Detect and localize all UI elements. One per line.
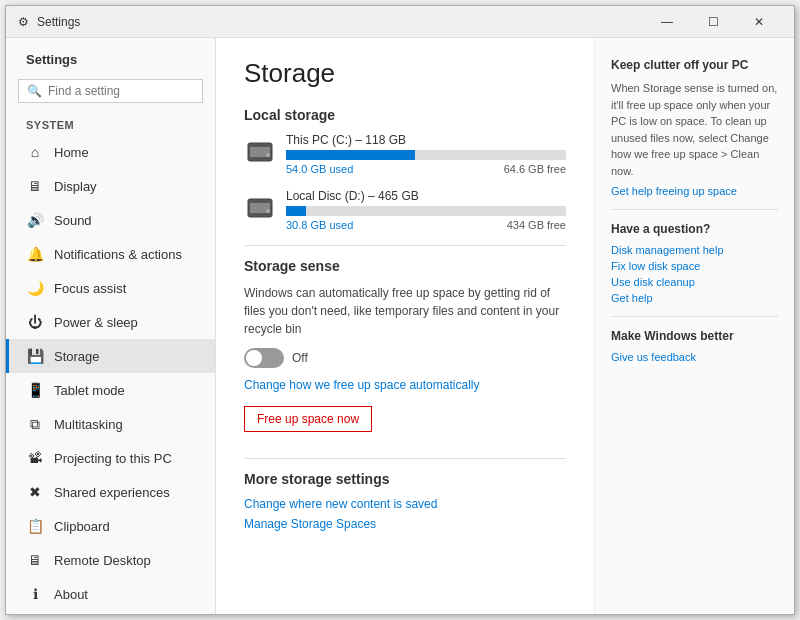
sidebar-item-label: Tablet mode: [54, 383, 125, 398]
minimize-button[interactable]: —: [644, 6, 690, 38]
drive-d-bar-bg: [286, 206, 566, 216]
sidebar-item-storage[interactable]: 💾 Storage: [6, 339, 215, 373]
sidebar-item-about[interactable]: ℹ About: [6, 577, 215, 611]
multitasking-icon: ⧉: [26, 415, 44, 433]
drive-d-name: Local Disc (D:) – 465 GB: [286, 189, 566, 203]
sidebar-item-label: Remote Desktop: [54, 553, 151, 568]
search-box[interactable]: 🔍: [18, 79, 203, 103]
system-section-label: System: [6, 113, 215, 135]
home-icon: ⌂: [26, 143, 44, 161]
drive-d-info: Local Disc (D:) – 465 GB 30.8 GB used 43…: [286, 189, 566, 231]
about-icon: ℹ: [26, 585, 44, 603]
content-area: Settings 🔍 System ⌂ Home 🖥 Display 🔊 Sou…: [6, 38, 794, 614]
storage-icon: 💾: [26, 347, 44, 365]
get-help-link[interactable]: Get help: [611, 292, 778, 304]
sidebar-item-label: Home: [54, 145, 89, 160]
svg-point-2: [266, 153, 270, 157]
sidebar-item-multitasking[interactable]: ⧉ Multitasking: [6, 407, 215, 441]
drive-c-stats: 54.0 GB used 64.6 GB free: [286, 163, 566, 175]
more-settings-heading: More storage settings: [244, 471, 566, 487]
use-disk-cleanup-link[interactable]: Use disk cleanup: [611, 276, 778, 288]
toggle-row: Off: [244, 348, 566, 368]
sidebar-item-notifications[interactable]: 🔔 Notifications & actions: [6, 237, 215, 271]
disk-management-link[interactable]: Disk management help: [611, 244, 778, 256]
sidebar-item-sound[interactable]: 🔊 Sound: [6, 203, 215, 237]
sidebar-item-label: Storage: [54, 349, 100, 364]
sidebar-title: Settings: [6, 38, 215, 73]
display-icon: 🖥: [26, 177, 44, 195]
settings-window: ⚙ Settings — ☐ ✕ Settings 🔍 System ⌂ Hom…: [5, 5, 795, 615]
sidebar-item-label: Projecting to this PC: [54, 451, 172, 466]
main-content: Storage Local storage This PC (C:) – 118…: [216, 38, 594, 614]
drive-d-bar-fill: [286, 206, 306, 216]
drive-d-item: Local Disc (D:) – 465 GB 30.8 GB used 43…: [244, 189, 566, 231]
divider-2: [244, 458, 566, 459]
toggle-knob: [246, 350, 262, 366]
projecting-icon: 📽: [26, 449, 44, 467]
shared-icon: ✖: [26, 483, 44, 501]
titlebar: ⚙ Settings — ☐ ✕: [6, 6, 794, 38]
get-help-freeing-link[interactable]: Get help freeing up space: [611, 185, 778, 197]
sidebar-item-shared[interactable]: ✖ Shared experiences: [6, 475, 215, 509]
drive-c-icon: [244, 135, 276, 167]
sidebar-item-label: Clipboard: [54, 519, 110, 534]
rp-divider-1: [611, 209, 778, 210]
free-up-button[interactable]: Free up space now: [244, 406, 372, 432]
titlebar-title: Settings: [37, 15, 80, 29]
storage-sense-toggle[interactable]: [244, 348, 284, 368]
sidebar: Settings 🔍 System ⌂ Home 🖥 Display 🔊 Sou…: [6, 38, 216, 614]
divider-1: [244, 245, 566, 246]
storage-sense-heading: Storage sense: [244, 258, 566, 274]
keep-clutter-desc: When Storage sense is turned on, it'll f…: [611, 80, 778, 179]
sidebar-item-remote[interactable]: 🖥 Remote Desktop: [6, 543, 215, 577]
power-icon: ⏻: [26, 313, 44, 331]
drive-c-bar-bg: [286, 150, 566, 160]
drive-d-used: 30.8 GB used: [286, 219, 353, 231]
change-link[interactable]: Change how we free up space automaticall…: [244, 378, 566, 392]
fix-low-disk-link[interactable]: Fix low disk space: [611, 260, 778, 272]
svg-point-5: [266, 209, 270, 213]
keep-clutter-title: Keep clutter off your PC: [611, 58, 778, 72]
drive-c-used: 54.0 GB used: [286, 163, 353, 175]
remote-icon: 🖥: [26, 551, 44, 569]
drive-c-item: This PC (C:) – 118 GB 54.0 GB used 64.6 …: [244, 133, 566, 175]
drive-c-info: This PC (C:) – 118 GB 54.0 GB used 64.6 …: [286, 133, 566, 175]
manage-spaces-link[interactable]: Manage Storage Spaces: [244, 517, 566, 531]
local-storage-heading: Local storage: [244, 107, 566, 123]
sidebar-item-home[interactable]: ⌂ Home: [6, 135, 215, 169]
sidebar-item-label: Power & sleep: [54, 315, 138, 330]
search-input[interactable]: [48, 84, 194, 98]
tablet-icon: 📱: [26, 381, 44, 399]
sidebar-item-display[interactable]: 🖥 Display: [6, 169, 215, 203]
give-feedback-link[interactable]: Give us feedback: [611, 351, 778, 363]
maximize-button[interactable]: ☐: [690, 6, 736, 38]
sidebar-item-label: Shared experiences: [54, 485, 170, 500]
sidebar-item-label: Notifications & actions: [54, 247, 182, 262]
have-question-title: Have a question?: [611, 222, 778, 236]
sidebar-item-power[interactable]: ⏻ Power & sleep: [6, 305, 215, 339]
sidebar-item-label: Display: [54, 179, 97, 194]
drive-d-icon: [244, 191, 276, 223]
make-better-title: Make Windows better: [611, 329, 778, 343]
sidebar-item-focus[interactable]: 🌙 Focus assist: [6, 271, 215, 305]
sidebar-item-label: About: [54, 587, 88, 602]
search-icon: 🔍: [27, 84, 42, 98]
clipboard-icon: 📋: [26, 517, 44, 535]
settings-icon: ⚙: [18, 15, 29, 29]
change-content-link[interactable]: Change where new content is saved: [244, 497, 566, 511]
drive-c-bar-fill: [286, 150, 415, 160]
close-button[interactable]: ✕: [736, 6, 782, 38]
right-panel: Keep clutter off your PC When Storage se…: [594, 38, 794, 614]
toggle-label: Off: [292, 351, 308, 365]
drive-c-free: 64.6 GB free: [504, 163, 566, 175]
sidebar-item-label: Focus assist: [54, 281, 126, 296]
sidebar-item-clipboard[interactable]: 📋 Clipboard: [6, 509, 215, 543]
notifications-icon: 🔔: [26, 245, 44, 263]
rp-divider-2: [611, 316, 778, 317]
titlebar-controls: — ☐ ✕: [644, 6, 782, 38]
sidebar-item-label: Sound: [54, 213, 92, 228]
drive-c-name: This PC (C:) – 118 GB: [286, 133, 566, 147]
sound-icon: 🔊: [26, 211, 44, 229]
sidebar-item-tablet[interactable]: 📱 Tablet mode: [6, 373, 215, 407]
sidebar-item-projecting[interactable]: 📽 Projecting to this PC: [6, 441, 215, 475]
